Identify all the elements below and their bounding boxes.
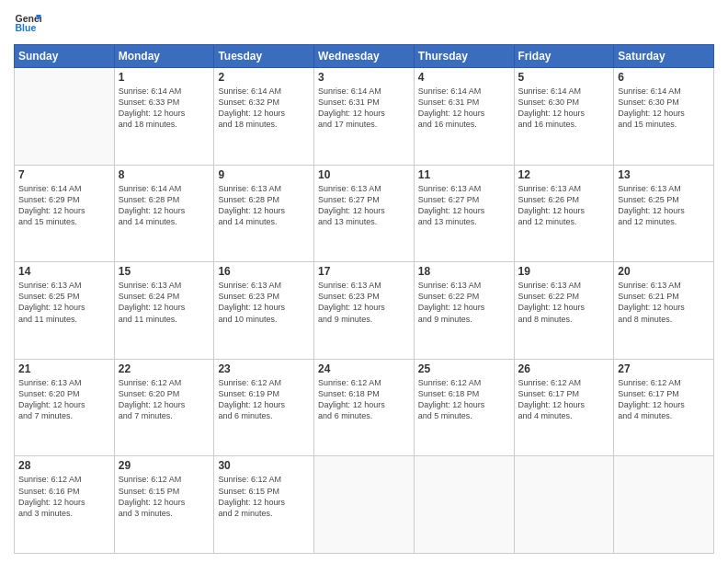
day-number: 22 (119, 362, 210, 375)
day-number: 3 (318, 71, 410, 84)
day-info: Sunrise: 6:13 AMSunset: 6:22 PMDaylight:… (418, 280, 510, 325)
calendar-cell: 21Sunrise: 6:13 AMSunset: 6:20 PMDayligh… (15, 359, 115, 456)
calendar-cell: 1Sunrise: 6:14 AMSunset: 6:33 PMDaylight… (114, 68, 214, 166)
calendar-cell: 9Sunrise: 6:13 AMSunset: 6:28 PMDaylight… (214, 165, 314, 262)
calendar-cell (614, 456, 714, 554)
calendar-cell: 24Sunrise: 6:12 AMSunset: 6:18 PMDayligh… (314, 359, 415, 456)
day-number: 20 (618, 265, 710, 278)
day-number: 16 (218, 265, 310, 278)
header: General Blue (14, 9, 714, 37)
calendar-cell: 13Sunrise: 6:13 AMSunset: 6:25 PMDayligh… (614, 165, 714, 262)
day-info: Sunrise: 6:14 AMSunset: 6:32 PMDaylight:… (218, 86, 310, 131)
day-number: 17 (318, 265, 410, 278)
day-info: Sunrise: 6:12 AMSunset: 6:20 PMDaylight:… (119, 377, 210, 422)
day-number: 4 (418, 71, 510, 84)
week-row-1: 1Sunrise: 6:14 AMSunset: 6:33 PMDaylight… (15, 68, 714, 166)
day-number: 25 (418, 362, 510, 375)
day-number: 29 (119, 459, 210, 472)
day-info: Sunrise: 6:13 AMSunset: 6:27 PMDaylight:… (418, 183, 510, 228)
day-info: Sunrise: 6:13 AMSunset: 6:23 PMDaylight:… (318, 280, 410, 325)
day-info: Sunrise: 6:14 AMSunset: 6:33 PMDaylight:… (119, 86, 210, 131)
calendar-cell: 12Sunrise: 6:13 AMSunset: 6:26 PMDayligh… (514, 165, 614, 262)
day-info: Sunrise: 6:13 AMSunset: 6:25 PMDaylight:… (18, 280, 110, 325)
calendar-cell (514, 456, 614, 554)
day-info: Sunrise: 6:13 AMSunset: 6:22 PMDaylight:… (518, 280, 610, 325)
day-info: Sunrise: 6:13 AMSunset: 6:25 PMDaylight:… (618, 183, 710, 228)
week-row-5: 28Sunrise: 6:12 AMSunset: 6:16 PMDayligh… (15, 456, 714, 554)
day-number: 11 (418, 168, 510, 181)
day-info: Sunrise: 6:14 AMSunset: 6:28 PMDaylight:… (119, 183, 210, 228)
column-header-thursday: Thursday (414, 45, 514, 68)
calendar-cell: 11Sunrise: 6:13 AMSunset: 6:27 PMDayligh… (414, 165, 514, 262)
calendar-cell: 29Sunrise: 6:12 AMSunset: 6:15 PMDayligh… (114, 456, 214, 554)
day-number: 12 (518, 168, 610, 181)
calendar-cell: 23Sunrise: 6:12 AMSunset: 6:19 PMDayligh… (214, 359, 314, 456)
day-info: Sunrise: 6:14 AMSunset: 6:31 PMDaylight:… (418, 86, 510, 131)
day-number: 27 (618, 362, 710, 375)
day-info: Sunrise: 6:13 AMSunset: 6:28 PMDaylight:… (218, 183, 310, 228)
day-number: 9 (218, 168, 310, 181)
day-number: 24 (318, 362, 410, 375)
day-info: Sunrise: 6:13 AMSunset: 6:26 PMDaylight:… (518, 183, 610, 228)
calendar-cell: 30Sunrise: 6:12 AMSunset: 6:15 PMDayligh… (214, 456, 314, 554)
day-info: Sunrise: 6:13 AMSunset: 6:21 PMDaylight:… (618, 280, 710, 325)
calendar-cell: 20Sunrise: 6:13 AMSunset: 6:21 PMDayligh… (614, 262, 714, 360)
column-header-friday: Friday (514, 45, 614, 68)
day-number: 23 (218, 362, 310, 375)
day-number: 7 (18, 168, 110, 181)
calendar-cell: 26Sunrise: 6:12 AMSunset: 6:17 PMDayligh… (514, 359, 614, 456)
day-info: Sunrise: 6:12 AMSunset: 6:15 PMDaylight:… (218, 474, 310, 519)
calendar-cell: 15Sunrise: 6:13 AMSunset: 6:24 PMDayligh… (114, 262, 214, 360)
day-number: 8 (119, 168, 210, 181)
day-number: 18 (418, 265, 510, 278)
calendar-cell: 25Sunrise: 6:12 AMSunset: 6:18 PMDayligh… (414, 359, 514, 456)
column-header-wednesday: Wednesday (314, 45, 415, 68)
day-info: Sunrise: 6:14 AMSunset: 6:29 PMDaylight:… (18, 183, 110, 228)
calendar-cell: 18Sunrise: 6:13 AMSunset: 6:22 PMDayligh… (414, 262, 514, 360)
day-number: 14 (18, 265, 110, 278)
day-info: Sunrise: 6:12 AMSunset: 6:18 PMDaylight:… (318, 377, 410, 422)
calendar-cell: 22Sunrise: 6:12 AMSunset: 6:20 PMDayligh… (114, 359, 214, 456)
calendar-cell: 10Sunrise: 6:13 AMSunset: 6:27 PMDayligh… (314, 165, 415, 262)
day-info: Sunrise: 6:12 AMSunset: 6:17 PMDaylight:… (518, 377, 610, 422)
calendar-cell: 2Sunrise: 6:14 AMSunset: 6:32 PMDaylight… (214, 68, 314, 166)
page: General Blue SundayMondayTuesdayWednesda… (0, 0, 728, 563)
calendar-cell: 17Sunrise: 6:13 AMSunset: 6:23 PMDayligh… (314, 262, 415, 360)
calendar-cell: 6Sunrise: 6:14 AMSunset: 6:30 PMDaylight… (614, 68, 714, 166)
day-number: 19 (518, 265, 610, 278)
calendar-cell: 4Sunrise: 6:14 AMSunset: 6:31 PMDaylight… (414, 68, 514, 166)
day-number: 21 (18, 362, 110, 375)
svg-text:Blue: Blue (16, 22, 37, 33)
day-number: 6 (618, 71, 710, 84)
day-info: Sunrise: 6:12 AMSunset: 6:16 PMDaylight:… (18, 474, 110, 519)
day-number: 26 (518, 362, 610, 375)
day-info: Sunrise: 6:13 AMSunset: 6:23 PMDaylight:… (218, 280, 310, 325)
day-number: 15 (119, 265, 210, 278)
logo-icon: General Blue (14, 9, 41, 37)
column-header-monday: Monday (114, 45, 214, 68)
day-info: Sunrise: 6:12 AMSunset: 6:15 PMDaylight:… (119, 474, 210, 519)
day-number: 28 (18, 459, 110, 472)
column-header-saturday: Saturday (614, 45, 714, 68)
column-header-tuesday: Tuesday (214, 45, 314, 68)
day-info: Sunrise: 6:12 AMSunset: 6:17 PMDaylight:… (618, 377, 710, 422)
day-number: 5 (518, 71, 610, 84)
day-info: Sunrise: 6:12 AMSunset: 6:19 PMDaylight:… (218, 377, 310, 422)
day-number: 30 (218, 459, 310, 472)
header-row: SundayMondayTuesdayWednesdayThursdayFrid… (15, 45, 714, 68)
calendar-cell: 19Sunrise: 6:13 AMSunset: 6:22 PMDayligh… (514, 262, 614, 360)
calendar-cell (15, 68, 115, 166)
day-number: 13 (618, 168, 710, 181)
week-row-2: 7Sunrise: 6:14 AMSunset: 6:29 PMDaylight… (15, 165, 714, 262)
calendar-cell: 14Sunrise: 6:13 AMSunset: 6:25 PMDayligh… (15, 262, 115, 360)
calendar-cell: 5Sunrise: 6:14 AMSunset: 6:30 PMDaylight… (514, 68, 614, 166)
day-number: 1 (119, 71, 210, 84)
calendar-table: SundayMondayTuesdayWednesdayThursdayFrid… (14, 44, 714, 554)
week-row-3: 14Sunrise: 6:13 AMSunset: 6:25 PMDayligh… (15, 262, 714, 360)
calendar-cell: 27Sunrise: 6:12 AMSunset: 6:17 PMDayligh… (614, 359, 714, 456)
day-info: Sunrise: 6:14 AMSunset: 6:30 PMDaylight:… (518, 86, 610, 131)
day-info: Sunrise: 6:14 AMSunset: 6:30 PMDaylight:… (618, 86, 710, 131)
calendar-cell (414, 456, 514, 554)
calendar-cell: 28Sunrise: 6:12 AMSunset: 6:16 PMDayligh… (15, 456, 115, 554)
day-info: Sunrise: 6:13 AMSunset: 6:20 PMDaylight:… (18, 377, 110, 422)
